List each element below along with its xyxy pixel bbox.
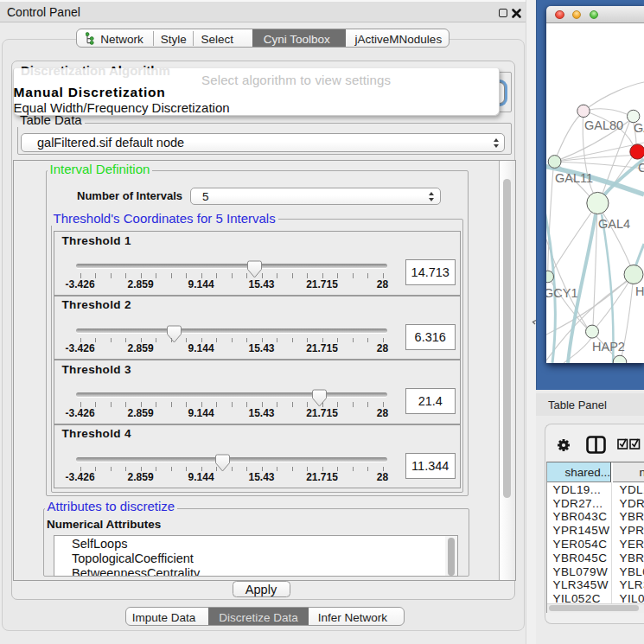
svg-text:GA: GA	[634, 121, 644, 135]
svg-text:GAL80: GAL80	[584, 118, 623, 132]
svg-text:GAL4: GAL4	[598, 217, 630, 231]
svg-text:HAP2: HAP2	[592, 340, 625, 354]
svg-text:H: H	[635, 284, 644, 298]
svg-text:GAL11: GAL11	[555, 171, 593, 185]
svg-text:GCY1: GCY1	[546, 286, 578, 300]
svg-text:C: C	[638, 161, 644, 175]
